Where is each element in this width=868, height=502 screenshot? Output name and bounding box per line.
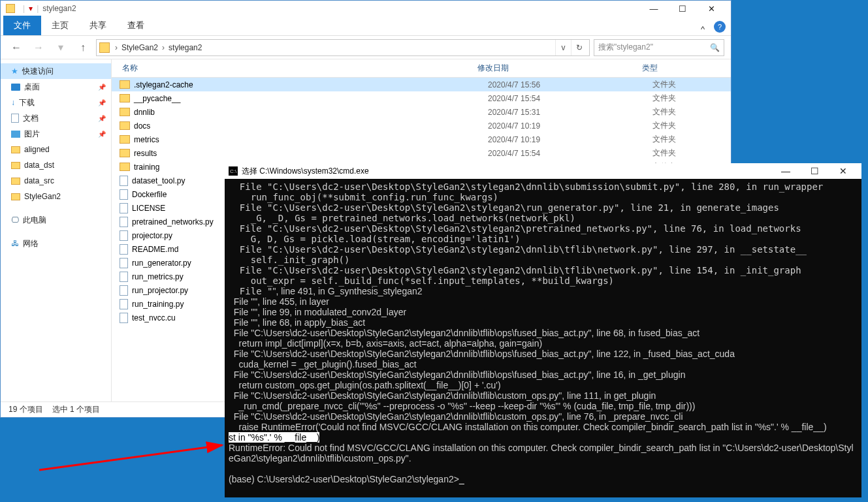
maximize-button[interactable]: ☐ (800, 164, 829, 178)
file-icon (120, 272, 128, 282)
back-button[interactable]: ← (7, 39, 25, 56)
file-row[interactable]: metrics2020/4/7 10:19文件夹 (112, 133, 731, 146)
forward-button[interactable]: → (29, 39, 48, 56)
item-count: 19 个项目 (8, 404, 43, 415)
file-date: 2020/4/7 15:54 (488, 94, 652, 103)
sidebar-quick-access[interactable]: ★快速访问 (1, 63, 111, 79)
close-button[interactable]: ✕ (829, 164, 858, 178)
tab-view[interactable]: 查看 (117, 16, 155, 35)
search-icon: 🔍 (710, 43, 720, 52)
file-type: 文件夹 (652, 93, 676, 104)
up-button[interactable]: ↑ (74, 39, 92, 56)
document-icon (11, 114, 19, 123)
file-type: 文件夹 (652, 134, 676, 145)
file-date: 2020/4/7 15:56 (488, 80, 652, 89)
sidebar-downloads[interactable]: ↓下载📌 (1, 95, 111, 110)
file-name: LICENSE (132, 204, 165, 213)
tab-share[interactable]: 共享 (79, 16, 117, 35)
column-header-type[interactable]: 类型 (642, 63, 731, 74)
file-icon (120, 244, 128, 255)
pin-icon: 📌 (98, 115, 106, 122)
recent-dropdown[interactable]: ▾ (52, 39, 70, 56)
file-type: 文件夹 (652, 148, 676, 159)
file-name: README.md (132, 245, 178, 254)
file-type: 文件夹 (652, 79, 676, 90)
file-name: pretrained_networks.py (132, 217, 214, 227)
sidebar-network[interactable]: 🖧网络 (1, 236, 111, 251)
sidebar-stylegan2[interactable]: StyleGan2 (1, 189, 111, 204)
explorer-titlebar[interactable]: | ▾ | stylegan2 — ☐ ✕ (1, 1, 731, 16)
folder-icon (11, 193, 20, 200)
cmd-icon: C:\ (229, 166, 238, 176)
file-date: 2020/4/7 10:19 (488, 121, 652, 131)
file-name: run_generator.py (132, 259, 191, 268)
folder-icon (11, 178, 20, 185)
help-icon[interactable]: ? (714, 21, 726, 33)
sidebar-this-pc[interactable]: 🖵此电脑 (1, 212, 111, 228)
breadcrumb-seg[interactable]: StyleGan2 (119, 43, 161, 52)
folder-icon (11, 162, 20, 169)
column-header-row: 名称 修改日期 类型 (112, 59, 731, 78)
file-name: run_metrics.py (132, 272, 184, 281)
file-icon (120, 176, 128, 186)
chevron-right-icon: › (114, 43, 119, 52)
titlebar-div: | (37, 4, 39, 13)
cmd-titlebar[interactable]: C:\ 选择 C:\Windows\system32\cmd.exe — ☐ ✕ (225, 163, 861, 179)
close-button[interactable]: ✕ (697, 1, 726, 16)
column-header-date[interactable]: 修改日期 (477, 63, 642, 74)
network-icon: 🖧 (11, 239, 19, 248)
file-name: dnnlib (134, 108, 155, 117)
search-box[interactable]: 搜索"stylegan2" 🔍 (594, 39, 724, 56)
folder-icon (120, 121, 130, 130)
file-name: results (134, 149, 157, 158)
sidebar-data-dst[interactable]: data_dst (1, 157, 111, 173)
address-bar[interactable]: › StyleGan2 › stylegan2 v ↻ (96, 39, 590, 56)
file-name: run_projector.py (132, 286, 188, 295)
minimize-button[interactable]: — (771, 164, 800, 178)
file-row[interactable]: results2020/4/7 15:54文件夹 (112, 146, 731, 160)
sidebar-documents[interactable]: 文档📌 (1, 110, 111, 126)
svg-line-0 (39, 445, 222, 470)
column-header-name[interactable]: 名称 (112, 63, 477, 74)
file-name: run_training.py (132, 300, 184, 309)
sidebar-aligned[interactable]: aligned (1, 142, 111, 157)
folder-icon (99, 42, 110, 53)
nav-sidebar: ★快速访问 桌面📌 ↓下载📌 文档📌 图片📌 aligned data_dst … (1, 59, 112, 401)
search-placeholder: 搜索"stylegan2" (598, 42, 653, 53)
sidebar-pictures[interactable]: 图片📌 (1, 126, 111, 142)
pin-icon: 📌 (98, 84, 106, 91)
file-name: .stylegan2-cache (134, 80, 193, 89)
tab-home[interactable]: 主页 (41, 16, 79, 35)
file-menu[interactable]: 文件 (3, 16, 41, 35)
file-date: 2020/4/7 10:19 (488, 135, 652, 144)
folder-icon (120, 163, 130, 171)
minimize-button[interactable]: — (639, 1, 668, 16)
pin-icon: 📌 (98, 99, 106, 106)
sidebar-data-src[interactable]: data_src (1, 173, 111, 189)
file-icon (120, 217, 128, 227)
address-dropdown[interactable]: v (555, 40, 571, 55)
pin-icon: 📌 (98, 131, 106, 138)
file-name: test_nvcc.cu (132, 313, 176, 322)
file-date: 2020/4/7 15:31 (488, 108, 652, 117)
ribbon-tabs: 文件 主页 共享 查看 ^ ? (1, 16, 731, 36)
file-icon (120, 230, 128, 241)
annotation-arrow (39, 444, 235, 473)
file-row[interactable]: __pycache__2020/4/7 15:54文件夹 (112, 91, 731, 105)
breadcrumb-seg[interactable]: stylegan2 (166, 43, 204, 52)
cmd-output[interactable]: File "C:\Users\dc2-user\Desktop\StyleGan… (225, 179, 861, 497)
file-icon (120, 285, 128, 296)
folder-icon (120, 94, 130, 102)
window-title: stylegan2 (42, 4, 76, 13)
file-row[interactable]: dnnlib2020/4/7 15:31文件夹 (112, 105, 731, 119)
maximize-button[interactable]: ☐ (668, 1, 697, 16)
file-type: 文件夹 (652, 106, 676, 118)
file-row[interactable]: .stylegan2-cache2020/4/7 15:56文件夹 (112, 78, 731, 91)
titlebar-sep2: ▾ (29, 4, 33, 13)
folder-icon (120, 80, 130, 89)
refresh-button[interactable]: ↻ (571, 40, 587, 55)
ribbon-collapse[interactable]: ^ (694, 23, 711, 35)
file-name: dataset_tool.py (132, 176, 185, 185)
sidebar-desktop[interactable]: 桌面📌 (1, 79, 111, 95)
file-row[interactable]: docs2020/4/7 10:19文件夹 (112, 119, 731, 133)
